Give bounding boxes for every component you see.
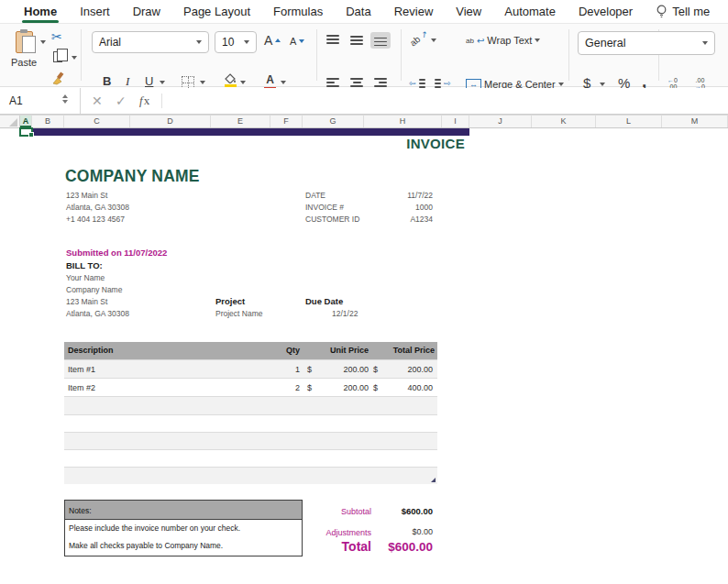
- table-cell[interactable]: $: [371, 379, 395, 396]
- subtotal-value[interactable]: $600.00: [378, 506, 433, 516]
- company-city[interactable]: Atlanta, GA 30308: [66, 203, 129, 212]
- currency-chevron-icon[interactable]: [600, 83, 605, 86]
- table-header-qty[interactable]: Qty: [275, 342, 305, 359]
- table-row[interactable]: [64, 467, 437, 484]
- customer-id-label[interactable]: CUSTOMER ID: [305, 215, 359, 224]
- due-date-label[interactable]: Due Date: [305, 296, 343, 306]
- table-cell[interactable]: [395, 450, 437, 467]
- column-header-M[interactable]: M: [662, 116, 728, 127]
- orientation-button[interactable]: ab↗: [408, 28, 430, 48]
- column-header-H[interactable]: H: [364, 116, 442, 127]
- table-cell[interactable]: [305, 397, 325, 414]
- column-header-B[interactable]: B: [32, 116, 64, 127]
- table-header-total-price[interactable]: Total Price: [371, 342, 437, 359]
- table-cell[interactable]: [275, 468, 305, 484]
- menu-tab-draw[interactable]: Draw: [133, 0, 160, 24]
- notes-box[interactable]: Notes: Please include the invoice number…: [64, 500, 303, 556]
- italic-button[interactable]: I: [126, 74, 129, 89]
- menu-tab-view[interactable]: View: [456, 0, 481, 24]
- table-header-description[interactable]: Description: [64, 342, 275, 359]
- align-top-button[interactable]: [323, 32, 343, 49]
- grow-font-button[interactable]: A: [264, 33, 281, 48]
- borders-button[interactable]: [182, 76, 194, 89]
- total-value[interactable]: $600.00: [378, 540, 433, 554]
- table-row[interactable]: [64, 449, 437, 467]
- bill-to-name[interactable]: Your Name: [66, 273, 105, 282]
- table-cell[interactable]: [64, 433, 275, 449]
- name-box[interactable]: A1: [0, 88, 81, 114]
- table-cell[interactable]: 1: [275, 360, 305, 378]
- project-label[interactable]: Project: [215, 296, 245, 306]
- orientation-chevron-icon[interactable]: [431, 39, 436, 42]
- table-cell[interactable]: [275, 433, 305, 449]
- table-cell[interactable]: $: [371, 360, 395, 378]
- table-cell[interactable]: 2: [275, 379, 305, 396]
- table-cell[interactable]: [64, 468, 275, 484]
- column-header-D[interactable]: D: [130, 116, 211, 127]
- submitted-on[interactable]: Submitted on 11/07/2022: [66, 248, 167, 258]
- underline-button[interactable]: U: [145, 74, 153, 88]
- copy-chevron-icon[interactable]: [72, 56, 77, 60]
- column-header-F[interactable]: F: [270, 116, 303, 127]
- table-resize-handle-icon[interactable]: [431, 478, 436, 482]
- align-bottom-button[interactable]: [370, 32, 391, 49]
- table-cell[interactable]: [395, 433, 437, 449]
- table-cell[interactable]: [371, 415, 395, 432]
- table-row[interactable]: Item #22$200.00$400.00: [64, 378, 437, 396]
- name-box-spinner[interactable]: [62, 94, 68, 104]
- column-header-J[interactable]: J: [469, 116, 532, 127]
- menu-tab-formulas[interactable]: Formulas: [273, 0, 323, 24]
- adjustments-value[interactable]: $0.00: [378, 527, 433, 536]
- table-cell[interactable]: [275, 450, 305, 467]
- column-header-L[interactable]: L: [596, 116, 662, 127]
- paste-button[interactable]: Paste: [11, 31, 37, 68]
- wrap-text-button[interactable]: ab↩ Wrap Text: [466, 35, 540, 46]
- table-cell[interactable]: [325, 468, 371, 484]
- table-cell[interactable]: [64, 415, 275, 432]
- notes-header[interactable]: Notes:: [64, 500, 303, 520]
- table-cell[interactable]: [64, 397, 275, 414]
- menu-tab-home[interactable]: Home: [24, 0, 57, 24]
- table-cell[interactable]: [395, 415, 437, 432]
- font-color-chevron-icon[interactable]: [281, 81, 286, 84]
- table-cell[interactable]: [305, 468, 325, 484]
- cut-button[interactable]: ✂: [51, 29, 62, 44]
- format-painter-button[interactable]: [51, 72, 66, 85]
- font-size-select[interactable]: 10: [215, 31, 257, 53]
- fill-color-chevron-icon[interactable]: [240, 81, 246, 84]
- formula-input[interactable]: [167, 88, 728, 114]
- table-cell[interactable]: [325, 415, 371, 432]
- table-cell[interactable]: [371, 450, 395, 467]
- confirm-icon[interactable]: ✓: [116, 88, 127, 114]
- table-header-unit-price[interactable]: Unit Price: [305, 342, 371, 359]
- menu-tab-automate[interactable]: Automate: [504, 0, 556, 24]
- fx-icon[interactable]: ffxx: [139, 88, 149, 114]
- column-header-A[interactable]: A: [20, 116, 32, 127]
- menu-tab-developer[interactable]: Developer: [579, 0, 633, 24]
- underline-chevron-icon[interactable]: [160, 81, 165, 84]
- date-label[interactable]: DATE: [305, 191, 325, 200]
- menu-tab-data[interactable]: Data: [346, 0, 370, 24]
- table-cell[interactable]: [371, 433, 395, 449]
- due-date-value[interactable]: 12/1/22: [332, 309, 358, 318]
- table-row[interactable]: Item #11$200.00$200.00: [64, 359, 437, 378]
- shrink-font-button[interactable]: A: [290, 36, 304, 47]
- align-middle-button[interactable]: [347, 32, 367, 49]
- invoice-number-value[interactable]: 1000: [364, 203, 433, 212]
- borders-chevron-icon[interactable]: [200, 81, 205, 84]
- invoice-title[interactable]: INVOICE: [303, 136, 465, 151]
- table-cell[interactable]: $: [305, 379, 325, 396]
- table-cell[interactable]: [275, 415, 305, 432]
- menu-tab-tell-me[interactable]: Tell me: [656, 0, 710, 24]
- bold-button[interactable]: B: [103, 74, 111, 88]
- date-value[interactable]: 11/7/22: [364, 191, 433, 200]
- company-phone[interactable]: +1 404 123 4567: [66, 215, 125, 224]
- column-header-I[interactable]: I: [442, 116, 469, 127]
- table-cell[interactable]: [305, 450, 325, 467]
- paste-dropdown-chevron-icon[interactable]: [40, 40, 46, 44]
- adjustments-label[interactable]: Adjustments: [275, 528, 371, 537]
- bill-to-address[interactable]: 123 Main St: [66, 297, 107, 306]
- menu-tab-page-layout[interactable]: Page Layout: [183, 0, 250, 24]
- font-family-select[interactable]: Arial: [92, 31, 209, 53]
- company-address[interactable]: 123 Main St: [66, 191, 107, 200]
